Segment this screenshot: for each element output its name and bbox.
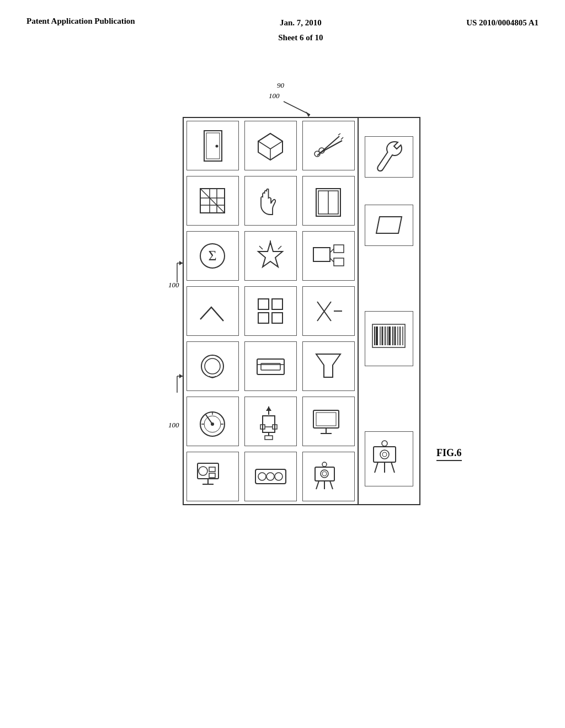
svg-point-48 (205, 358, 220, 374)
svg-point-83 (321, 470, 328, 478)
header-center: Jan. 7, 2010 Sheet 6 of 10 (278, 15, 323, 45)
page-header: Patent Application Publication Jan. 7, 2… (0, 0, 565, 45)
svg-marker-62 (266, 406, 271, 411)
icon-grid: Σ (184, 118, 359, 504)
svg-rect-74 (209, 467, 215, 472)
svg-rect-36 (334, 245, 344, 253)
svg-rect-78 (255, 469, 286, 484)
svg-rect-82 (315, 467, 334, 481)
publication-title: Patent Application Publication (26, 15, 135, 27)
right-sidebar-panel (359, 118, 419, 504)
top-annotation-lines (106, 78, 470, 117)
grid-cell-3-2 (244, 231, 297, 281)
right-cell-barcode (365, 311, 413, 366)
svg-rect-37 (334, 258, 344, 266)
grid-cell-4-1 (186, 286, 239, 336)
svg-point-10 (215, 144, 218, 147)
left-annotation-lines (156, 117, 183, 503)
svg-point-80 (266, 473, 274, 480)
svg-line-86 (330, 481, 333, 489)
svg-line-18 (338, 133, 340, 135)
grid-cell-1-2 (244, 121, 297, 170)
grid-cell-6-3 (302, 397, 355, 446)
svg-rect-103 (374, 447, 396, 462)
svg-rect-40 (258, 299, 269, 309)
svg-point-104 (380, 450, 389, 459)
svg-rect-67 (265, 436, 273, 440)
svg-line-33 (278, 246, 281, 249)
grid-cell-7-1 (186, 452, 239, 501)
svg-marker-52 (316, 354, 340, 377)
svg-point-56 (211, 422, 214, 426)
svg-line-15 (320, 141, 342, 153)
svg-line-0 (284, 101, 310, 115)
figure-container: 90 100 100 100 (106, 78, 470, 505)
svg-marker-4 (179, 261, 183, 265)
svg-point-88 (322, 462, 327, 467)
grid-cell-4-2 (244, 286, 297, 336)
svg-rect-41 (272, 299, 282, 309)
svg-marker-12 (258, 133, 282, 149)
svg-line-85 (316, 481, 319, 489)
svg-rect-75 (209, 473, 215, 478)
svg-point-105 (382, 452, 387, 457)
right-cell-1 (365, 136, 413, 178)
svg-marker-89 (376, 217, 402, 233)
svg-rect-35 (313, 248, 330, 261)
svg-line-38 (330, 249, 334, 253)
right-cell-2 (365, 205, 413, 246)
svg-rect-60 (263, 416, 275, 432)
grid-cell-2-1 (186, 176, 239, 226)
grid-cell-1-1 (186, 121, 239, 170)
grid-cell-6-1 (186, 397, 239, 446)
svg-point-84 (322, 472, 327, 476)
main-content: 90 100 100 100 (0, 45, 565, 527)
grid-cell-2-3 (302, 176, 355, 226)
svg-rect-69 (316, 413, 336, 426)
svg-marker-7 (179, 374, 183, 378)
grid-cell-5-1 (186, 341, 239, 391)
svg-point-81 (275, 473, 282, 480)
grid-cell-7-2 (244, 452, 297, 501)
svg-text:Σ: Σ (208, 248, 216, 264)
svg-line-106 (375, 462, 378, 473)
svg-rect-43 (272, 313, 282, 323)
svg-point-79 (258, 473, 266, 480)
svg-line-39 (330, 258, 334, 262)
svg-rect-42 (258, 313, 269, 323)
svg-line-25 (200, 189, 225, 213)
svg-point-109 (382, 441, 387, 446)
right-cell-camera (365, 431, 413, 486)
grid-cell-7-3 (302, 452, 355, 501)
svg-rect-68 (313, 410, 339, 428)
grid-cell-3-1: Σ (186, 231, 239, 281)
svg-line-19 (341, 137, 343, 140)
grid-cell-6-2 (244, 397, 297, 446)
svg-line-107 (391, 462, 395, 473)
grid-cell-3-3 (302, 231, 355, 281)
figure-label: FIG.6 (436, 447, 462, 461)
svg-point-73 (199, 467, 207, 475)
grid-cell-5-2 (244, 341, 297, 391)
grid-cell-4-3 (302, 286, 355, 336)
grid-cell-5-3 (302, 341, 355, 391)
grid-cell-1-3 (302, 121, 355, 170)
svg-rect-8 (204, 131, 222, 161)
main-diagram-panel: Σ (183, 117, 420, 505)
patent-number: US 2010/0004805 A1 (466, 15, 539, 30)
svg-marker-31 (258, 242, 282, 267)
svg-line-34 (259, 246, 263, 249)
grid-cell-2-2 (244, 176, 297, 226)
